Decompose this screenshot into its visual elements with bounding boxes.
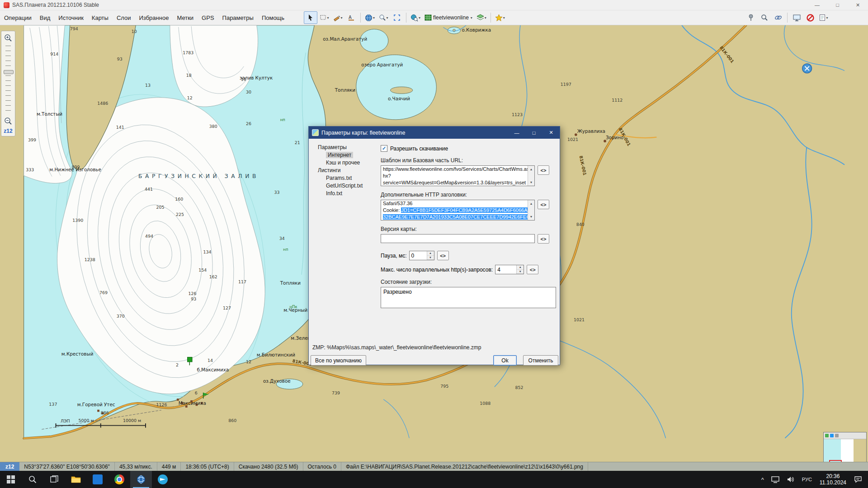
cancel-button[interactable]: Отменить [523, 355, 558, 366]
tray-network-icon[interactable] [768, 471, 783, 488]
layers-selector-button[interactable]: ▾ [475, 11, 488, 24]
spin-down-icon[interactable]: ▼ [427, 256, 434, 260]
menu-item-Источник[interactable]: Источник [54, 13, 88, 23]
statusbar-zoom-badge[interactable]: z12 [0, 462, 19, 471]
scroll-down-icon[interactable]: ▼ [530, 179, 533, 186]
language-indicator[interactable]: РУС [799, 471, 815, 488]
scroll-up-icon[interactable]: ▲ [530, 200, 533, 207]
favorites-button[interactable]: ▾ [493, 11, 507, 24]
dialog-maximize-button[interactable]: □ [525, 127, 542, 139]
headers-textbox[interactable]: Safari/537.36 Cookie: JD1=CF8B1F5DEF3F04… [381, 200, 535, 221]
defaults-button[interactable]: Все по умолчанию [311, 355, 366, 366]
overview-inset[interactable] [823, 432, 867, 462]
search-button[interactable] [758, 11, 771, 24]
overview-icon-blue[interactable] [830, 434, 834, 437]
map-type-selector[interactable]: fleetviewonline ▾ [422, 13, 475, 23]
spin-up-icon[interactable]: ▲ [427, 251, 434, 256]
start-button[interactable] [0, 471, 22, 488]
maximize-button[interactable]: □ [827, 0, 848, 10]
version-input[interactable] [381, 234, 535, 243]
screen-button[interactable] [790, 11, 803, 24]
depth-number: 12 [187, 95, 193, 100]
taskbar-app-messenger[interactable] [152, 471, 174, 488]
zoom-out-button[interactable] [3, 116, 13, 126]
tree-item-Кэш и прочее[interactable]: Кэш и прочее [313, 159, 380, 166]
depth-number: 30 [246, 89, 251, 94]
notification-center-button[interactable] [851, 471, 865, 488]
headers-script-button[interactable]: <> [538, 200, 549, 209]
zoom-tool-button[interactable]: ▾ [377, 11, 390, 24]
menu-item-Карты[interactable]: Карты [88, 13, 113, 23]
cache-document-button[interactable]: ▾ [817, 11, 830, 24]
depth-number: 1390 [72, 218, 83, 223]
zoom-slider[interactable] [5, 46, 12, 113]
placemark-pin-button[interactable] [744, 11, 758, 24]
overview-map[interactable] [824, 439, 866, 462]
tree-item-Параметры[interactable]: Параметры [313, 143, 380, 151]
task-view-button[interactable] [43, 471, 65, 488]
dialog-minimize-button[interactable]: — [508, 127, 525, 139]
map-close-button[interactable] [802, 64, 812, 73]
minimize-button[interactable]: — [807, 0, 827, 10]
cursor-tool-button[interactable] [304, 11, 317, 24]
sas-planet-taskbar-button[interactable] [130, 471, 152, 488]
ok-button[interactable]: Ok [493, 355, 517, 366]
overview-icon-green[interactable] [825, 434, 829, 437]
clock[interactable]: 20:36 11.10.2024 [816, 473, 850, 486]
menu-item-Избранное[interactable]: Избранное [135, 13, 173, 23]
disable-download-button[interactable] [803, 11, 817, 24]
spin-up-icon[interactable]: ▲ [517, 265, 524, 270]
allow-download-checkbox[interactable]: ✓ [381, 145, 387, 152]
tree-item-Info.txt[interactable]: Info.txt [313, 189, 380, 197]
area-measure-button[interactable]: A [344, 11, 358, 24]
link-icon [774, 14, 782, 21]
dialog-close-button[interactable]: ✕ [542, 127, 560, 139]
tree-item-Интернет[interactable]: Интернет [313, 151, 380, 159]
menu-item-Метки[interactable]: Метки [173, 13, 198, 23]
url-script-button[interactable]: <> [538, 165, 549, 175]
spin-down-icon[interactable]: ▼ [517, 270, 524, 274]
menu-item-Слои[interactable]: Слои [113, 13, 135, 23]
menu-item-Помощь[interactable]: Помощь [258, 13, 288, 23]
map-label: м.Толстый [37, 111, 62, 117]
version-script-button[interactable]: <> [538, 234, 549, 244]
menu-item-Вид[interactable]: Вид [36, 13, 55, 23]
close-button[interactable]: ✕ [848, 0, 868, 10]
max-requests-spinner[interactable]: 4 ▲ ▼ [495, 265, 524, 274]
dialog-titlebar[interactable]: Параметры карты: fleetviewonline — □ ✕ [309, 127, 560, 139]
overview-icon-gray[interactable] [835, 434, 839, 437]
download-state-box[interactable]: Разрешено [381, 287, 556, 308]
fullscreen-button[interactable] [390, 11, 404, 24]
search-internet-button[interactable]: ▾ [409, 11, 422, 24]
map-viewport[interactable]: 7941091493178318161330121486141399262138… [0, 25, 868, 462]
taskbar-search-button[interactable] [22, 471, 43, 488]
taskbar-app-blue[interactable] [87, 471, 108, 488]
file-explorer-button[interactable] [65, 471, 87, 488]
globe-nav-button[interactable]: ▾ [363, 11, 377, 24]
tree-item-Params.txt[interactable]: Params.txt [313, 174, 380, 182]
menu-item-Параметры[interactable]: Параметры [218, 13, 258, 23]
url-textbox[interactable]: https://www.fleetviewonline.com/fvo/Serv… [381, 165, 535, 186]
menu-item-GPS[interactable]: GPS [198, 13, 218, 23]
window-titlebar: SAS.Планета 201212.10106 Stable — □ ✕ [0, 0, 868, 10]
link-button[interactable] [771, 11, 785, 24]
distance-measure-button[interactable]: ▾ [331, 11, 344, 24]
zoom-slider-handle[interactable] [4, 70, 14, 74]
pause-script-button[interactable]: <> [437, 251, 449, 260]
zoom-in-button[interactable] [3, 33, 13, 43]
max-requests-script-button[interactable]: <> [527, 265, 538, 274]
tray-volume-icon[interactable] [783, 471, 798, 488]
map-label: Топляки [280, 280, 301, 286]
tree-item-GetUrlScript.txt[interactable]: GetUrlScript.txt [313, 182, 380, 189]
zoom-level-label: z12 [4, 128, 12, 134]
selection-tool-button[interactable]: ▾ [317, 11, 331, 24]
headers-scrollbar[interactable]: ▲ ▼ [528, 200, 534, 220]
pause-spinner[interactable]: 0 ▲ ▼ [409, 251, 434, 260]
scroll-down-icon[interactable]: ▼ [530, 213, 533, 220]
tray-chevron-icon[interactable]: ^ [758, 471, 767, 488]
tree-item-Листинги[interactable]: Листинги [313, 166, 380, 174]
menu-item-Операции[interactable]: Операции [0, 13, 36, 23]
url-scrollbar[interactable]: ▲ ▼ [528, 166, 534, 186]
scroll-up-icon[interactable]: ▲ [530, 166, 533, 173]
chrome-button[interactable] [108, 471, 130, 488]
